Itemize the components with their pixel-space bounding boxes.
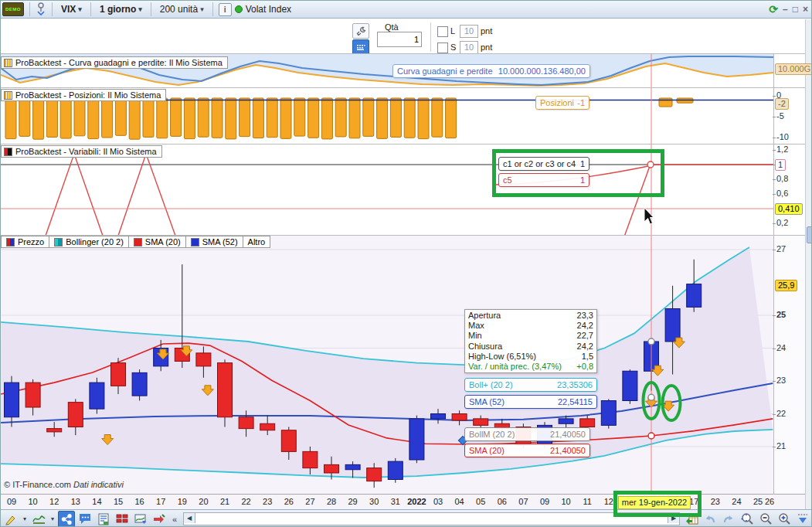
time-axis-label: 04 [454, 497, 464, 506]
time-axis[interactable]: 0910121314151617192021222326272829303120… [1, 494, 812, 510]
equity-panel-header[interactable]: ProBacktest - Curva guadagni e perdite: … [1, 56, 228, 69]
market-open-indicator [235, 5, 243, 13]
indicator-tag-bollm-20-2-: BollM (20 2)21,40050 [464, 427, 590, 441]
candle-body [665, 309, 680, 342]
position-bar [157, 98, 168, 138]
position-bar [129, 98, 140, 139]
info-button[interactable]: i [219, 3, 232, 16]
time-axis-label: 15 [114, 497, 123, 506]
legend-tab-bollinger-20-2-[interactable]: Bollinger (20 2) [49, 236, 129, 248]
time-axis-label: 26 [284, 497, 294, 506]
variable-drop-line [623, 166, 650, 236]
variables-panel-header[interactable]: ProBacktest - Variabili: Il Mio Sistema [1, 145, 162, 158]
position-bar [19, 98, 30, 136]
long-unit-label: pnt [481, 26, 492, 36]
candle-body [111, 363, 126, 386]
vertical-scrollbar[interactable] [805, 19, 812, 509]
legend-label: Prezzo [18, 237, 44, 246]
scroll-left-button[interactable]: ◀ [184, 513, 195, 523]
export-button[interactable] [151, 511, 168, 527]
indicator-tool-button[interactable] [30, 511, 47, 527]
time-axis-label: 11 [583, 497, 591, 506]
report-button[interactable] [95, 511, 112, 527]
legend-tab-prezzo[interactable]: Prezzo [1, 236, 49, 248]
variables-plot[interactable] [1, 144, 773, 236]
price-plot[interactable] [1, 236, 773, 495]
crosshair-marker [647, 162, 654, 168]
position-bar [308, 98, 319, 138]
timeframe-dropdown[interactable]: 1 giorno▾ [97, 3, 145, 15]
keyboard-icon[interactable] [352, 39, 369, 55]
crosshair-marker [648, 394, 654, 400]
tooltip-row: Chiusura24,2 [468, 342, 593, 352]
zoom-fit-icon[interactable] [739, 511, 756, 527]
time-axis-label: 22 [241, 497, 250, 506]
units-dropdown[interactable]: 200 unità▾ [157, 3, 207, 15]
time-axis-label: 28 [327, 497, 336, 506]
goto-date-button[interactable] [683, 511, 700, 527]
legend-label: SMA (20) [145, 237, 181, 246]
snapshot-button[interactable] [132, 511, 149, 527]
position-bar [349, 98, 360, 138]
long-points-input[interactable]: 10 [460, 25, 478, 38]
position-bar [240, 98, 250, 137]
time-axis-label: 27 [305, 497, 314, 506]
position-bar [198, 98, 209, 137]
zoom-out-icon[interactable] [757, 511, 774, 527]
red-swatch-icon [134, 238, 142, 246]
position-bar [74, 98, 85, 136]
tooltip-row: High-Low (6,51%)1,5 [468, 352, 593, 362]
time-axis-label: 14 [92, 497, 101, 506]
link-pin-icon[interactable] [36, 2, 46, 16]
time-axis-label: 23 [711, 497, 720, 506]
variables-crosshair-badge: 0,410 [775, 203, 803, 215]
close-button[interactable]: × [803, 4, 808, 15]
collapse-toolbar-button[interactable]: « [169, 515, 180, 524]
legend-tab-sma-20-[interactable]: SMA (20) [129, 236, 186, 248]
variable-c1-tag: c1 or c2 or c3 or c41 [498, 157, 589, 171]
equity-panel-title: ProBacktest - Curva guadagni e perdite: … [15, 58, 223, 67]
variables-icon [4, 148, 12, 156]
time-axis-label: 05 [476, 497, 485, 506]
wrench-settings-icon[interactable] [352, 23, 369, 39]
candle-body [47, 429, 62, 432]
horizontal-scrollbar[interactable]: ◀ ▶ [183, 512, 680, 525]
zoom-in-icon[interactable] [776, 511, 793, 527]
long-checkbox[interactable] [437, 26, 448, 37]
long-label: L [450, 26, 455, 36]
time-axis-label: 25 [753, 497, 763, 506]
expand-panel-icon[interactable] [794, 511, 811, 527]
undo-icon[interactable] [702, 511, 719, 527]
quantity-input[interactable] [377, 32, 422, 47]
position-bar [226, 98, 236, 139]
legend-tab-altro[interactable]: Altro [243, 236, 271, 248]
chevron-down-icon: ▾ [200, 5, 204, 13]
position-bar [294, 98, 305, 136]
draw-tool-button[interactable] [2, 511, 19, 527]
vertical-scrollbar-thumb[interactable] [807, 226, 812, 243]
scroll-right-button[interactable]: ▶ [668, 513, 679, 523]
short-points-input[interactable]: 10 [460, 41, 478, 54]
minimize-button[interactable]: – [783, 4, 788, 15]
variables-axis-tick: 1,2 [776, 144, 788, 154]
comment-button[interactable] [76, 511, 93, 527]
position-bar [363, 98, 374, 136]
time-axis-label: 13 [71, 497, 80, 506]
positions-panel-header[interactable]: ProBacktest - Posizioni: Il Mio Sistema [1, 89, 166, 101]
time-axis-label: 12 [604, 497, 613, 506]
variable-spikes [46, 154, 175, 236]
refresh-icon[interactable]: ⟳ [769, 3, 778, 15]
candle-body [474, 419, 488, 426]
candle-body [90, 382, 104, 409]
position-bar [377, 98, 388, 138]
divider [212, 2, 213, 16]
draw-tool-dropdown[interactable]: ▾ [21, 515, 29, 522]
share-button[interactable] [58, 511, 75, 527]
symbol-dropdown[interactable]: VIX▾ [58, 3, 85, 15]
backtest-blocks-button[interactable] [114, 511, 131, 527]
legend-tab-sma-52-[interactable]: SMA (52) [186, 236, 243, 248]
maximize-button[interactable]: □ [793, 4, 798, 15]
indicator-tool-dropdown[interactable]: ▾ [49, 515, 56, 522]
short-checkbox[interactable] [437, 42, 448, 53]
redo-icon[interactable] [720, 511, 737, 527]
